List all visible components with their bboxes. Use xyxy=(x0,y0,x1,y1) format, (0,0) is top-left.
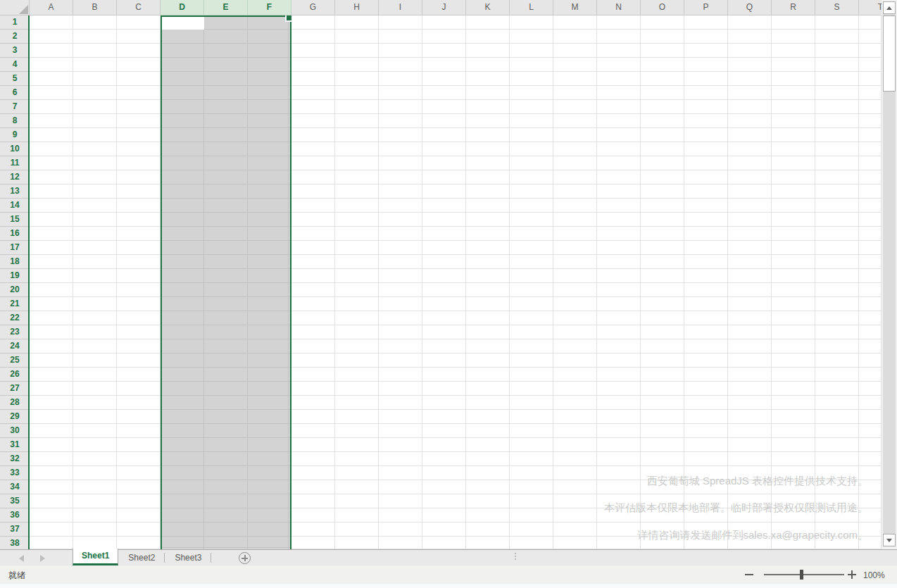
column-header-B[interactable]: B xyxy=(73,0,117,15)
tab-sheet2[interactable]: Sheet2 xyxy=(118,550,165,565)
sheet-nav-next-icon[interactable] xyxy=(40,555,45,562)
select-all-corner[interactable] xyxy=(0,0,30,15)
row-header-27[interactable]: 27 xyxy=(0,382,30,396)
row-header-35[interactable]: 35 xyxy=(0,494,30,508)
column-header-K[interactable]: K xyxy=(466,0,510,15)
sheet-nav-prev-icon[interactable] xyxy=(19,555,24,562)
fill-handle[interactable] xyxy=(285,15,291,22)
row-header-8[interactable]: 8 xyxy=(0,114,30,128)
column-header-P[interactable]: P xyxy=(684,0,728,15)
zoom-in-icon[interactable] xyxy=(848,570,856,579)
row-header-24[interactable]: 24 xyxy=(0,339,30,354)
zoom-level-label: 100% xyxy=(863,570,885,580)
row-headers: 1234567891011121314151617181920212223242… xyxy=(0,15,30,549)
column-header-C[interactable]: C xyxy=(117,0,161,15)
row-header-18[interactable]: 18 xyxy=(0,255,30,269)
column-header-G[interactable]: G xyxy=(291,0,335,15)
row-header-32[interactable]: 32 xyxy=(0,452,30,466)
add-sheet-button[interactable] xyxy=(239,552,251,564)
watermark-line-1: 西安葡萄城 SpreadJS 表格控件提供技术支持。 xyxy=(647,475,868,487)
vertical-scrollbar-thumb[interactable] xyxy=(883,15,896,92)
row-header-22[interactable]: 22 xyxy=(0,311,30,325)
column-header-R[interactable]: R xyxy=(772,0,815,15)
column-header-J[interactable]: J xyxy=(422,0,466,15)
row-header-17[interactable]: 17 xyxy=(0,241,30,255)
row-header-34[interactable]: 34 xyxy=(0,480,30,494)
row-header-5[interactable]: 5 xyxy=(0,72,30,86)
row-header-12[interactable]: 12 xyxy=(0,170,30,184)
row-header-36[interactable]: 36 xyxy=(0,508,30,523)
row-header-33[interactable]: 33 xyxy=(0,466,30,480)
scroll-up-button[interactable] xyxy=(883,1,896,14)
column-header-Q[interactable]: Q xyxy=(728,0,772,15)
cells-area[interactable]: 西安葡萄城 SpreadJS 表格控件提供技术支持。 本评估版本仅限本地部署。临… xyxy=(30,15,882,549)
row-header-14[interactable]: 14 xyxy=(0,199,30,213)
row-header-13[interactable]: 13 xyxy=(0,184,30,199)
spreadsheet-app: ABCDEFGHIJKLMNOPQRST 1234567891011121314… xyxy=(0,0,897,588)
row-header-19[interactable]: 19 xyxy=(0,269,30,283)
sheet-tabs: Sheet1Sheet2Sheet3 xyxy=(73,550,211,565)
row-header-3[interactable]: 3 xyxy=(0,44,30,58)
scroll-down-button[interactable] xyxy=(883,534,896,546)
row-header-16[interactable]: 16 xyxy=(0,227,30,241)
status-text: 就绪 xyxy=(8,570,25,582)
sheet-tab-bar: Sheet1Sheet2Sheet3 xyxy=(0,549,897,565)
column-header-T[interactable]: T xyxy=(859,0,882,15)
column-header-S[interactable]: S xyxy=(815,0,859,15)
row-header-21[interactable]: 21 xyxy=(0,297,30,311)
bottom-strip xyxy=(0,584,897,588)
triangle-up-icon xyxy=(886,6,892,10)
row-header-15[interactable]: 15 xyxy=(0,213,30,227)
row-header-25[interactable]: 25 xyxy=(0,354,30,368)
zoom-slider-thumb[interactable] xyxy=(800,570,803,580)
row-header-38[interactable]: 38 xyxy=(0,537,30,549)
column-header-H[interactable]: H xyxy=(335,0,379,15)
vertical-scrollbar[interactable] xyxy=(882,0,897,549)
row-header-11[interactable]: 11 xyxy=(0,156,30,170)
row-header-7[interactable]: 7 xyxy=(0,100,30,114)
watermark-line-3: 详情咨询请发送邮件到sales.xa@grapecity.com。 xyxy=(637,530,868,541)
column-header-M[interactable]: M xyxy=(553,0,597,15)
status-bar: 就绪 100% xyxy=(0,565,897,584)
row-header-9[interactable]: 9 xyxy=(0,128,30,142)
row-header-30[interactable]: 30 xyxy=(0,424,30,438)
active-cell-d1[interactable] xyxy=(162,17,204,30)
column-selection-d-f[interactable] xyxy=(161,15,291,549)
tab-sheet1[interactable]: Sheet1 xyxy=(73,549,118,565)
tab-sheet3[interactable]: Sheet3 xyxy=(165,550,211,565)
zoom-out-icon[interactable] xyxy=(745,574,753,575)
row-header-29[interactable]: 29 xyxy=(0,410,30,424)
column-header-A[interactable]: A xyxy=(30,0,73,15)
row-header-2[interactable]: 2 xyxy=(0,30,30,44)
column-header-E[interactable]: E xyxy=(204,0,248,15)
row-header-20[interactable]: 20 xyxy=(0,283,30,297)
select-all-triangle-icon xyxy=(19,5,28,14)
triangle-down-icon xyxy=(886,539,892,542)
row-header-6[interactable]: 6 xyxy=(0,86,30,100)
zoom-slider-track[interactable] xyxy=(764,574,844,575)
column-header-I[interactable]: I xyxy=(379,0,422,15)
row-header-26[interactable]: 26 xyxy=(0,368,30,382)
row-header-4[interactable]: 4 xyxy=(0,58,30,72)
row-header-10[interactable]: 10 xyxy=(0,142,30,156)
row-header-selection-edge xyxy=(28,15,30,549)
watermark-line-2: 本评估版本仅限本地部署。临时部署授权仅限测试用途。 xyxy=(604,502,868,513)
row-header-1[interactable]: 1 xyxy=(0,15,30,30)
row-header-31[interactable]: 31 xyxy=(0,438,30,452)
column-header-N[interactable]: N xyxy=(597,0,641,15)
row-header-37[interactable]: 37 xyxy=(0,523,30,537)
column-header-O[interactable]: O xyxy=(641,0,684,15)
column-header-D[interactable]: D xyxy=(161,0,204,15)
column-headers: ABCDEFGHIJKLMNOPQRST xyxy=(30,0,882,15)
row-header-28[interactable]: 28 xyxy=(0,396,30,410)
column-header-F[interactable]: F xyxy=(248,0,291,15)
tab-splitter-handle[interactable] xyxy=(515,553,516,560)
row-header-23[interactable]: 23 xyxy=(0,325,30,339)
column-header-L[interactable]: L xyxy=(510,0,553,15)
